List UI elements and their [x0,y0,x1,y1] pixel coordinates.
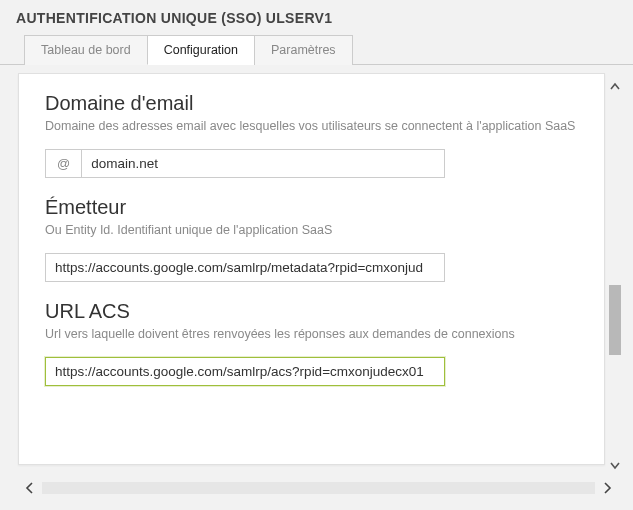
horizontal-scrollbar[interactable] [20,479,617,497]
email-domain-heading: Domaine d'email [45,92,578,115]
scroll-up-arrow-icon[interactable] [607,79,623,95]
page-title: AUTHENTIFICATION UNIQUE (SSO) ULSERV1 [0,0,633,34]
issuer-input[interactable] [45,253,445,282]
scroll-left-arrow-icon[interactable] [20,479,40,497]
acs-description: Url vers laquelle doivent êtres renvoyée… [45,326,578,343]
scroll-right-arrow-icon[interactable] [597,479,617,497]
email-domain-description: Domaine des adresses email avec lesquell… [45,118,578,135]
config-panel: Domaine d'email Domaine des adresses ema… [18,73,605,465]
tab-parameters[interactable]: Paramètres [254,35,353,65]
tab-bar: Tableau de bord Configuration Paramètres [0,34,633,65]
tab-dashboard[interactable]: Tableau de bord [24,35,148,65]
issuer-description: Ou Entity Id. Identifiant unique de l'ap… [45,222,578,239]
vertical-scrollbar[interactable] [607,79,623,473]
section-acs-url: URL ACS Url vers laquelle doivent êtres … [45,300,578,386]
issuer-heading: Émetteur [45,196,578,219]
scroll-down-arrow-icon[interactable] [607,457,623,473]
tab-configuration[interactable]: Configuration [147,35,255,65]
acs-heading: URL ACS [45,300,578,323]
at-sign-addon: @ [45,149,81,178]
vertical-scroll-track[interactable] [607,95,623,457]
vertical-scroll-thumb[interactable] [609,285,621,355]
email-domain-input[interactable] [81,149,445,178]
title-server: ULSERV1 [266,10,332,26]
acs-url-input[interactable] [45,357,445,386]
title-prefix: AUTHENTIFICATION UNIQUE (SSO) [16,10,262,26]
section-issuer: Émetteur Ou Entity Id. Identifiant uniqu… [45,196,578,282]
email-domain-input-group: @ [45,149,445,178]
section-email-domain: Domaine d'email Domaine des adresses ema… [45,92,578,178]
horizontal-scroll-track[interactable] [42,482,595,494]
